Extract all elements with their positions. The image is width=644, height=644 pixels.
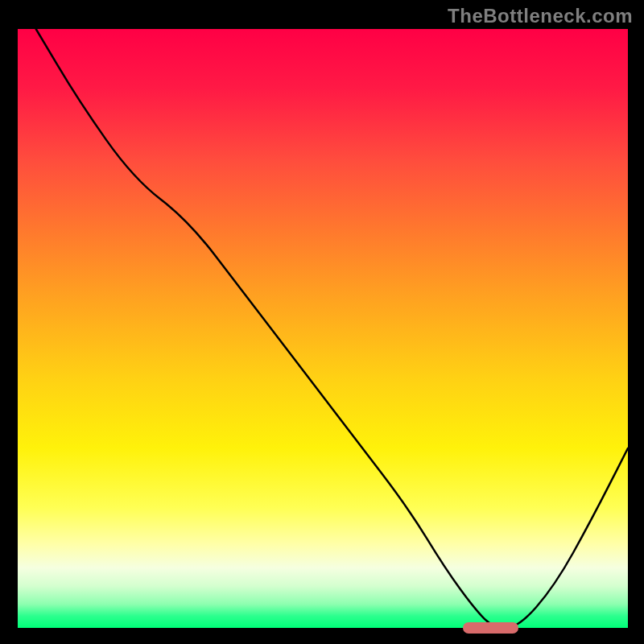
chart-frame: TheBottleneck.com [0, 0, 644, 644]
plot-area [18, 29, 628, 628]
optimal-marker [463, 622, 518, 634]
bottleneck-curve [18, 29, 628, 628]
watermark-text: TheBottleneck.com [448, 5, 633, 27]
